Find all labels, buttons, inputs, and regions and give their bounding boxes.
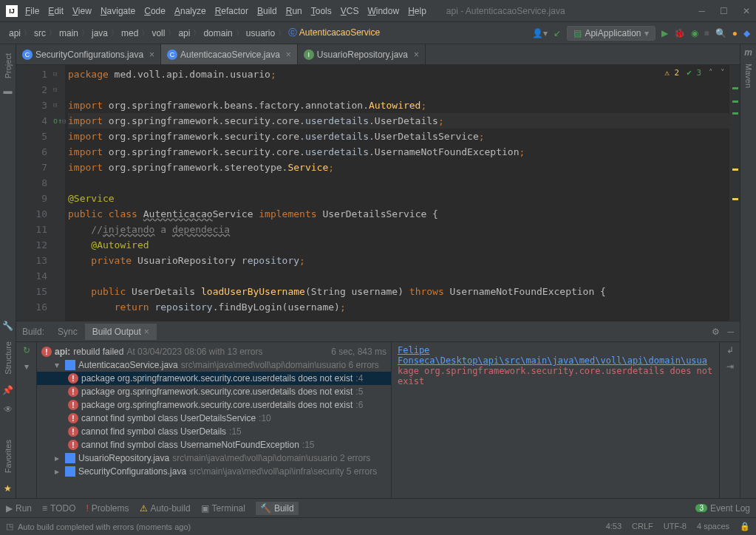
menu-tools[interactable]: Tools — [311, 6, 332, 16]
favorites-tool-button[interactable]: Favorites — [4, 440, 13, 473]
code-content[interactable]: package med.voll.api.domain.usuario;impo… — [65, 65, 729, 321]
tree-error[interactable]: !cannot find symbol class UsernameNotFou… — [37, 438, 391, 451]
update-icon[interactable]: ↙ — [554, 28, 561, 38]
tree-file[interactable]: ▸UsuarioRepository.java src\main\java\me… — [37, 451, 391, 465]
menu-run[interactable]: Run — [286, 6, 302, 16]
fold-gutter[interactable]: ⊟⊟⊟o↑⊟ — [53, 65, 65, 321]
tool-problems[interactable]: ! Problems — [86, 503, 129, 514]
build-tab-sync[interactable]: Sync — [50, 324, 85, 340]
view-icon[interactable]: 👁 — [4, 404, 13, 415]
tree-error[interactable]: !package org.springframework.security.co… — [37, 398, 391, 412]
ide-update-icon[interactable]: ● — [732, 28, 738, 38]
maven-tool-button[interactable]: Maven — [744, 64, 753, 88]
tree-error[interactable]: !package org.springframework.security.co… — [37, 372, 391, 385]
tab-UsuarioRepository.java[interactable]: IUsuarioRepository.java× — [298, 44, 426, 64]
run-config-selector[interactable]: ▤ ApiApplication ▾ — [567, 26, 655, 41]
hide-icon[interactable]: ─ — [727, 327, 734, 337]
gear-icon[interactable]: ⚙ — [712, 327, 720, 337]
breadcrumb[interactable]: api〉src〉main〉java〉med〉voll〉api〉domain〉us… — [6, 27, 383, 39]
status-bar: ◳ Auto build completed with errors (mome… — [0, 517, 756, 535]
indent-setting[interactable]: 4 spaces — [697, 522, 729, 531]
close-icon[interactable]: × — [286, 50, 291, 60]
tab-label: AutenticacaoService.java — [180, 50, 280, 60]
lock-icon[interactable]: 🔒 — [740, 522, 750, 531]
build-tab-output[interactable]: Build Output× — [85, 324, 157, 340]
crumb-java[interactable]: java — [89, 28, 111, 38]
menu-edit[interactable]: Edit — [48, 6, 64, 16]
tool-build[interactable]: 🔨 Build — [256, 502, 299, 515]
run-icon[interactable]: ▶ — [661, 28, 668, 38]
tab-AutenticacaoService.java[interactable]: CAutenticacaoService.java× — [161, 44, 298, 64]
menu-analyze[interactable]: Analyze — [174, 6, 206, 16]
tool-auto-build[interactable]: ⚠ Auto-build — [140, 503, 191, 514]
warning-count: ⚠ 2 — [664, 68, 679, 78]
build-tree[interactable]: ! api: rebuild failed At 03/04/2023 08:0… — [37, 342, 392, 498]
right-tool-strip: m Maven — [740, 44, 756, 498]
wrench-icon[interactable]: 🔧 — [2, 321, 13, 331]
soft-wrap-icon[interactable]: ↲ — [726, 345, 734, 355]
build-output[interactable]: Felipe Fonseca\Desktop\api\src\main\java… — [392, 342, 719, 498]
stop-icon[interactable]: ■ — [704, 28, 709, 38]
editor[interactable]: 12345678910111213141516 ⊟⊟⊟o↑⊟ package m… — [16, 65, 740, 321]
tree-error[interactable]: !package org.springframework.security.co… — [37, 385, 391, 398]
line-separator[interactable]: CRLF — [632, 522, 653, 531]
menu-help[interactable]: Help — [408, 6, 426, 16]
pin-icon[interactable]: 📌 — [2, 385, 13, 395]
close-icon[interactable]: × — [144, 327, 149, 337]
menu-view[interactable]: View — [72, 6, 92, 16]
tree-error[interactable]: !cannot find symbol class UserDetails :1… — [37, 425, 391, 438]
tool-terminal[interactable]: ▣ Terminal — [201, 503, 245, 514]
tool-run[interactable]: ▶ Run — [6, 503, 32, 514]
crumb-med[interactable]: med — [118, 28, 141, 38]
coverage-icon[interactable]: ◉ — [691, 28, 698, 38]
cursor-position[interactable]: 4:53 — [606, 522, 622, 531]
chevron-down-icon[interactable]: ▾ — [24, 361, 29, 372]
crumb-src[interactable]: src — [31, 28, 49, 38]
crumb-main[interactable]: main — [56, 28, 81, 38]
close-icon[interactable]: ✕ — [743, 6, 750, 16]
close-icon[interactable]: × — [414, 50, 419, 60]
chevron-up-icon[interactable]: ˄ — [709, 68, 713, 78]
tab-SecurityConfigurations.java[interactable]: CSecurityConfigurations.java× — [16, 44, 161, 64]
error-stripe[interactable] — [729, 65, 740, 321]
build-root[interactable]: ! api: rebuild failed At 03/04/2023 08:0… — [37, 345, 391, 358]
crumb-api[interactable]: api — [175, 28, 193, 38]
chevron-down-icon[interactable]: ˅ — [721, 68, 725, 78]
menu-vcs[interactable]: VCS — [341, 6, 359, 16]
app-icon: IJ — [6, 5, 18, 17]
minimize-icon[interactable]: ─ — [698, 6, 705, 16]
event-log-button[interactable]: 3 Event Log — [695, 503, 750, 514]
crumb-domain[interactable]: domain — [200, 28, 235, 38]
build-time: At 03/04/2023 08:06 with 13 errors — [126, 347, 262, 357]
tool-todo[interactable]: ≡ TODO — [42, 503, 75, 514]
refresh-icon[interactable]: ↻ — [23, 345, 30, 355]
status-icon[interactable]: ◳ — [6, 522, 13, 531]
menu-window[interactable]: Window — [367, 6, 399, 16]
file-encoding[interactable]: UTF-8 — [664, 522, 687, 531]
crumb-AutenticacaoService[interactable]: ⓒ AutenticacaoService — [285, 27, 383, 39]
toolbox-icon[interactable]: ◆ — [743, 28, 750, 38]
class-icon: I — [304, 50, 314, 60]
scroll-icon[interactable]: ⇥ — [726, 361, 734, 372]
tree-error[interactable]: !cannot find symbol class UserDetailsSer… — [37, 412, 391, 425]
project-collapse-icon[interactable]: ▬ — [4, 86, 13, 96]
crumb-usuario[interactable]: usuario — [243, 28, 278, 38]
search-icon[interactable]: 🔍 — [715, 28, 726, 38]
menu-code[interactable]: Code — [144, 6, 166, 16]
structure-tool-button[interactable]: Structure — [4, 341, 13, 375]
tree-file[interactable]: ▸SecurityConfigurations.java src\main\ja… — [37, 465, 391, 478]
crumb-api[interactable]: api — [6, 28, 24, 38]
menu-navigate[interactable]: Navigate — [101, 6, 135, 16]
menu-file[interactable]: File — [25, 6, 39, 16]
maximize-icon[interactable]: ☐ — [720, 6, 728, 16]
crumb-voll[interactable]: voll — [149, 28, 168, 38]
user-icon[interactable]: 👤▾ — [532, 28, 548, 38]
debug-icon[interactable]: 🐞 — [674, 28, 685, 38]
menu-build[interactable]: Build — [257, 6, 277, 16]
close-icon[interactable]: × — [149, 50, 154, 60]
project-tool-button[interactable]: Project — [4, 53, 13, 78]
output-file-link[interactable]: Felipe Fonseca\Desktop\api\src\main\java… — [398, 345, 713, 366]
inspection-widget[interactable]: ⚠ 2 ✔ 3 ˄ ˅ — [664, 68, 725, 78]
menu-refactor[interactable]: Refactor — [215, 6, 248, 16]
tree-file[interactable]: ▾AutenticacaoService.java src\main\java\… — [37, 358, 391, 372]
